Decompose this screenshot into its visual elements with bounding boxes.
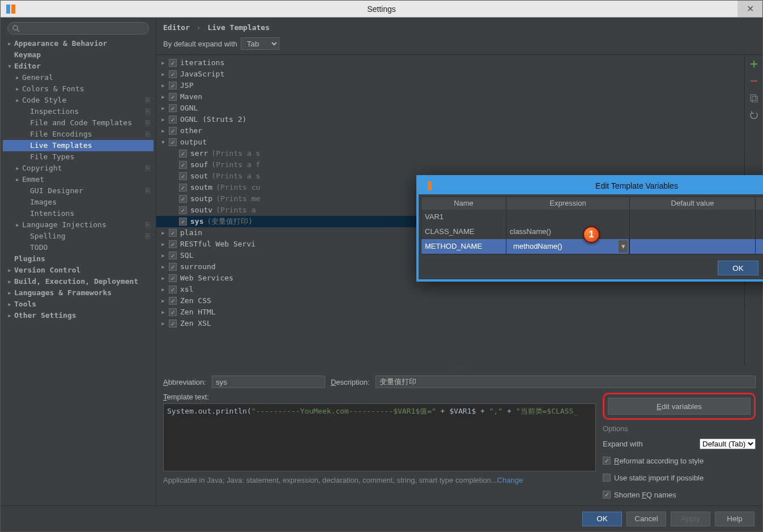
sidebar-item-todo[interactable]: TODO: [3, 242, 154, 253]
template-serr[interactable]: serr(Prints a s: [156, 148, 744, 159]
template-checkbox[interactable]: [169, 252, 177, 259]
template-checkbox[interactable]: [169, 138, 177, 146]
template-checkbox[interactable]: [179, 161, 187, 169]
copy-icon[interactable]: [749, 93, 758, 103]
template-checkbox[interactable]: [179, 218, 187, 225]
description-input[interactable]: [376, 376, 756, 388]
project-scope-icon: ⎘: [146, 117, 150, 129]
template-checkbox[interactable]: [179, 195, 187, 203]
template-checkbox[interactable]: [169, 116, 177, 124]
template-checkbox[interactable]: [169, 82, 177, 90]
edit-variables-button[interactable]: Edit variables: [608, 398, 751, 415]
template-zen-xsl[interactable]: ▸Zen XSL: [156, 318, 744, 329]
project-scope-icon: ⎘: [146, 129, 150, 140]
template-checkbox[interactable]: [169, 320, 177, 327]
dialog-ok-button[interactable]: OK: [718, 261, 758, 275]
sidebar-item-other-settings[interactable]: ▸Other Settings: [3, 310, 154, 321]
dropdown-button[interactable]: ▾: [619, 240, 628, 253]
settings-tree[interactable]: ▸Appearance & BehaviorKeymap▾Editor▸Gene…: [3, 38, 154, 321]
template-xsl[interactable]: ▸xsl: [156, 284, 744, 295]
sidebar-item-file-and-code-templates[interactable]: File and Code Templates⎘: [3, 117, 154, 129]
sidebar-item-spelling[interactable]: Spelling⎘: [3, 231, 154, 242]
template-checkbox[interactable]: [169, 104, 177, 112]
change-context-link[interactable]: Change: [497, 476, 523, 484]
sidebar-item-intentions[interactable]: Intentions: [3, 208, 154, 219]
project-scope-icon: ⎘: [146, 106, 150, 117]
add-icon[interactable]: [749, 59, 758, 69]
sidebar-item-colors-fonts[interactable]: ▸Colors & Fonts: [3, 83, 154, 95]
template-ognl-struts-2-[interactable]: ▸OGNL (Struts 2): [156, 114, 744, 125]
template-checkbox[interactable]: [179, 184, 187, 191]
breadcrumb-live-templates: Live Templates: [207, 23, 270, 32]
apply-button[interactable]: Apply: [671, 512, 710, 526]
template-checkbox[interactable]: [169, 240, 177, 248]
sidebar-item-inspections[interactable]: Inspections⎘: [3, 106, 154, 117]
expand-with-select[interactable]: Tab: [241, 37, 279, 50]
template-zen-html[interactable]: ▸Zen HTML: [156, 307, 744, 318]
svg-rect-0: [6, 5, 10, 14]
splitter-grip[interactable]: ::::::: [156, 365, 762, 371]
window-close-button[interactable]: ✕: [738, 1, 762, 17]
sidebar-item-copyright[interactable]: ▸Copyright⎘: [3, 163, 154, 174]
reformat-checkbox[interactable]: [603, 457, 611, 465]
template-checkbox[interactable]: [179, 172, 187, 180]
sidebar-item-code-style[interactable]: ▸Code Style⎘: [3, 95, 154, 106]
sidebar-item-languages-frameworks[interactable]: ▸Languages & Frameworks: [3, 287, 154, 299]
template-checkbox[interactable]: [169, 308, 177, 316]
remove-icon[interactable]: [749, 76, 758, 86]
abbreviation-input[interactable]: [212, 376, 325, 388]
template-checkbox[interactable]: [169, 93, 177, 101]
project-scope-icon: ⎘: [146, 231, 150, 242]
template-checkbox[interactable]: [169, 263, 177, 271]
edit-variables-highlight: Edit variables: [603, 393, 756, 420]
template-checkbox[interactable]: [169, 229, 177, 237]
sidebar-item-version-control[interactable]: ▸Version Control: [3, 265, 154, 276]
search-field[interactable]: [7, 22, 149, 35]
sidebar-item-appearance-behavior[interactable]: ▸Appearance & Behavior: [3, 38, 154, 49]
sidebar-item-emmet[interactable]: ▸Emmet: [3, 174, 154, 185]
breadcrumb-sep: ›: [197, 23, 201, 32]
sidebar-item-file-encodings[interactable]: File Encodings⎘: [3, 129, 154, 140]
template-output[interactable]: ▾output: [156, 137, 744, 148]
template-checkbox[interactable]: [169, 274, 177, 282]
template-checkbox[interactable]: [169, 59, 177, 67]
template-checkbox[interactable]: [179, 206, 187, 214]
template-ognl[interactable]: ▸OGNL: [156, 103, 744, 114]
sidebar-item-gui-designer[interactable]: GUI Designer⎘: [3, 185, 154, 197]
sidebar-item-plugins[interactable]: Plugins: [3, 253, 154, 265]
variable-row-var1[interactable]: VAR1: [421, 210, 763, 224]
ok-button[interactable]: OK: [582, 512, 622, 526]
sidebar-item-general[interactable]: ▸General: [3, 72, 154, 83]
cancel-button[interactable]: Cancel: [626, 512, 666, 526]
help-button[interactable]: Help: [715, 512, 755, 526]
template-jsp[interactable]: ▸JSP: [156, 80, 744, 91]
template-souf[interactable]: souf(Prints a f: [156, 159, 744, 171]
template-checkbox[interactable]: [169, 127, 177, 135]
sidebar-item-file-types[interactable]: File Types: [3, 151, 154, 163]
sidebar-item-live-templates[interactable]: Live Templates: [3, 140, 154, 151]
sidebar-item-editor[interactable]: ▾Editor: [3, 61, 154, 72]
expand-with-opt-select[interactable]: Default (Tab): [700, 439, 756, 449]
col-default-header: Default value: [630, 197, 756, 210]
sidebar-item-images[interactable]: Images: [3, 197, 154, 208]
template-checkbox[interactable]: [169, 70, 177, 78]
sidebar-item-language-injections[interactable]: ▸Language Injections⎘: [3, 219, 154, 231]
template-iterations[interactable]: ▸iterations: [156, 57, 744, 69]
template-checkbox[interactable]: [169, 286, 177, 293]
shorten-fq-checkbox[interactable]: [603, 491, 611, 499]
template-other[interactable]: ▸other: [156, 125, 744, 137]
breadcrumb-editor: Editor: [163, 23, 190, 32]
revert-icon[interactable]: [749, 110, 758, 120]
sidebar-item-tools[interactable]: ▸Tools: [3, 299, 154, 310]
variables-table[interactable]: Name Expression Default value Skip if de…: [421, 197, 763, 254]
sidebar-item-build-execution-deployment[interactable]: ▸Build, Execution, Deployment: [3, 276, 154, 287]
template-checkbox[interactable]: [169, 297, 177, 305]
sidebar-item-keymap[interactable]: Keymap: [3, 49, 154, 61]
template-text-editor[interactable]: System.out.println("----------YouMeek.co…: [163, 403, 596, 471]
template-checkbox[interactable]: [179, 150, 187, 158]
template-maven[interactable]: ▸Maven: [156, 91, 744, 103]
search-input[interactable]: [7, 22, 149, 35]
template-zen-css[interactable]: ▸Zen CSS: [156, 295, 744, 307]
static-import-checkbox[interactable]: [603, 474, 611, 482]
template-javascript[interactable]: ▸JavaScript: [156, 69, 744, 80]
